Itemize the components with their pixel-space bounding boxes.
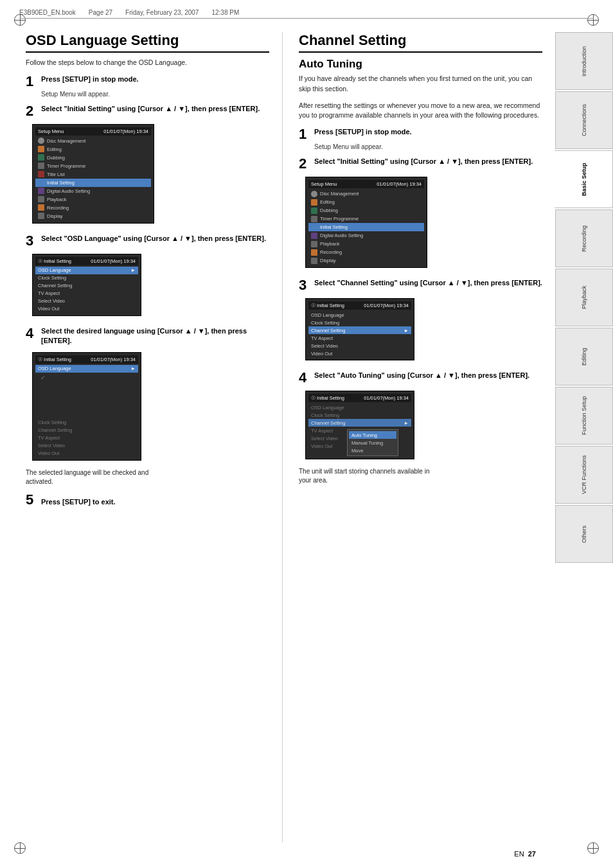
screen-item-display: Display xyxy=(35,212,151,220)
icon-editing xyxy=(38,146,44,152)
label-initial: Initial Setting xyxy=(47,180,75,186)
label-manual: Manual Tuning xyxy=(351,440,383,446)
screen-initial-osd: ☉ Initial Setting 01/01/07(Mon) 19:34 OS… xyxy=(32,254,141,316)
screen-vidout-2: Video Out xyxy=(35,450,138,457)
step-5-num: 5 xyxy=(26,493,37,507)
icon-display xyxy=(38,213,44,219)
label-clock: Clock Setting xyxy=(38,275,66,281)
screen-title-3: ☉ Initial Setting xyxy=(38,258,71,264)
sidebar-tab-basic-setup[interactable]: Basic Setup xyxy=(554,150,613,208)
sidebar-tab-playback[interactable]: Playback xyxy=(555,269,613,326)
step-4-note: The selected language will be checked an… xyxy=(26,468,269,486)
step-1-num: 1 xyxy=(26,75,37,89)
screen-time-3: 01/01/07(Mon) 19:34 xyxy=(91,258,136,264)
label-osd: OSD Language xyxy=(38,267,71,273)
screen-step3-left: ☉ Initial Setting 01/01/07(Mon) 19:34 OS… xyxy=(32,254,141,316)
label-timer: Timer Programme xyxy=(47,163,85,169)
submenu-manual: Manual Tuning xyxy=(349,439,396,447)
label-r2-dubbing: Dubbing xyxy=(320,208,338,213)
step-1-sub: Setup Menu will appear. xyxy=(41,91,269,98)
icon-r2-disc xyxy=(311,191,317,197)
screen-header-1: Setup Menu 01/01/07(Mon) 19:34 xyxy=(35,127,151,136)
right-step-4-num: 4 xyxy=(299,371,310,385)
right-step-2-num: 2 xyxy=(299,157,310,171)
screen-item-osd-lang2: OSD Language ► xyxy=(35,365,138,373)
right-column: Channel Setting Auto Tuning If you have … xyxy=(283,32,542,842)
lang-label-2 xyxy=(48,384,49,389)
sidebar-tab-recording[interactable]: Recording xyxy=(555,209,613,267)
right-section-title: Channel Setting xyxy=(299,32,542,53)
lang-label-1 xyxy=(48,375,49,380)
label-r3-clock: Clock Setting xyxy=(311,320,339,326)
screen-title-r4: ☉ Initial Setting xyxy=(311,395,344,401)
screen-header-3: ☉ Initial Setting 01/01/07(Mon) 19:34 xyxy=(35,257,138,265)
label-r2-display: Display xyxy=(320,258,336,263)
icon-digital xyxy=(38,188,44,194)
left-section-title: OSD Language Setting xyxy=(26,32,269,53)
screen-time-1: 01/01/07(Mon) 19:34 xyxy=(103,128,148,134)
screen-r2-disc: Disc Management xyxy=(308,190,424,198)
sidebar-tab-connections[interactable]: Connections xyxy=(555,91,613,149)
label-disc: Disc Management xyxy=(47,138,85,144)
step-1: 1 Press [SETUP] in stop mode. Setup Menu… xyxy=(26,75,269,98)
sidebar-tab-others[interactable]: Others xyxy=(555,505,613,563)
step-3-num: 3 xyxy=(26,234,37,248)
screen-time-4: 01/01/07(Mon) 19:34 xyxy=(91,357,136,362)
step-5-heading: Press [SETUP] to exit. xyxy=(41,497,116,507)
arrow-osd: ► xyxy=(131,267,136,273)
sidebar-tab-function-setup[interactable]: Function Setup xyxy=(555,387,613,445)
screen-time-r3: 01/01/07(Mon) 19:34 xyxy=(364,303,409,308)
label-r3-tv: TV Aspect xyxy=(311,335,333,341)
icon-initial xyxy=(38,179,44,186)
file-day: Friday, February 23, 2007 xyxy=(125,9,199,16)
icon-r2-dubbing xyxy=(311,208,317,214)
lang-item-2: ✓ xyxy=(40,383,133,391)
screen-r3-channel: Channel Setting ► xyxy=(308,326,411,334)
corner-crosshair-bl xyxy=(14,842,26,854)
right-step-1-num: 1 xyxy=(299,127,310,141)
screen-r2-timer: Timer Programme xyxy=(308,215,424,223)
screen-item-tv: TV Aspect xyxy=(35,290,138,297)
screen-r3-clock: Clock Setting xyxy=(308,319,411,326)
sidebar-tab-editing[interactable]: Editing xyxy=(555,328,613,385)
right-step-3-heading: Select "Channel Setting" using [Cursor ▲… xyxy=(314,278,542,288)
icon-titlelist xyxy=(38,171,44,177)
screen-title-4: ☉ Initial Setting xyxy=(38,357,71,362)
sidebar-tab-vcr-functions[interactable]: VCR Functions xyxy=(555,446,613,504)
screen-item-dubbing: Dubbing xyxy=(35,154,151,162)
label-r2-disc: Disc Management xyxy=(320,191,359,197)
right-intro1: If you have already set the channels whe… xyxy=(299,74,542,94)
file-info-bar: E3B90ED_EN.book Page 27 Friday, February… xyxy=(19,9,594,19)
screen-item-playback: Playback xyxy=(35,195,151,204)
arrow-r3-channel: ► xyxy=(404,328,409,333)
icon-r2-display xyxy=(311,258,317,264)
right-step-1: 1 Press [SETUP] in stop mode. Setup Menu… xyxy=(299,127,542,150)
label-selvid: Select Video xyxy=(38,298,65,304)
screen-item-disc: Disc Management xyxy=(35,137,151,145)
step-2-num: 2 xyxy=(26,104,37,118)
left-column: OSD Language Setting Follow the steps be… xyxy=(26,32,283,842)
lang-item-5: ✓ xyxy=(40,410,133,418)
screen-channel-setting: ☉ Initial Setting 01/01/07(Mon) 19:34 OS… xyxy=(305,298,414,360)
step-1-heading: Press [SETUP] in stop mode. xyxy=(41,75,139,84)
step-4: 4 Select the desired language using [Cur… xyxy=(26,326,269,486)
label-auto: Auto Tuning xyxy=(351,432,377,438)
screen-step2-left: Setup Menu 01/01/07(Mon) 19:34 Disc Mana… xyxy=(32,124,154,224)
screen-auto-tuning: ☉ Initial Setting 01/01/07(Mon) 19:34 OS… xyxy=(305,391,414,459)
label-r2-timer: Timer Programme xyxy=(320,216,359,222)
icon-recording xyxy=(38,204,44,211)
label-r4-vidout: Video Out xyxy=(311,443,332,449)
sidebar-tab-introduction[interactable]: Introduction xyxy=(555,32,613,90)
lang-item-3: ✓ xyxy=(40,392,133,400)
screen-r2-dubbing: Dubbing xyxy=(308,206,424,215)
label-r4-osd: OSD Language xyxy=(311,405,344,411)
icon-r2-recording xyxy=(311,249,317,256)
label-channel2: Channel Setting xyxy=(38,427,72,433)
label-digital: Digital Audio Setting xyxy=(47,188,90,194)
submenu-auto: Auto Tuning xyxy=(349,431,396,439)
label-playback: Playback xyxy=(47,197,66,202)
screen-item-titlelist: Title List xyxy=(35,170,151,179)
lang-label-4 xyxy=(48,402,49,407)
screen-item-clock: Clock Setting xyxy=(35,274,138,282)
screen-r4-osd: OSD Language xyxy=(308,403,411,411)
